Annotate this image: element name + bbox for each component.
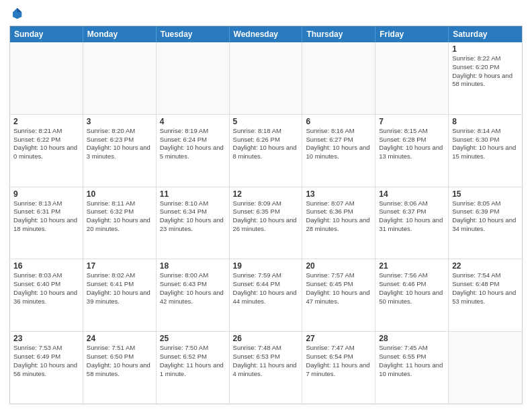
calendar-cell: [375, 42, 449, 114]
calendar-body: 1Sunrise: 8:22 AM Sunset: 6:20 PM Daylig…: [10, 42, 522, 404]
calendar-header: SundayMondayTuesdayWednesdayThursdayFrid…: [10, 26, 522, 42]
calendar-cell: 8Sunrise: 8:14 AM Sunset: 6:30 PM Daylig…: [449, 115, 522, 187]
calendar-cell: [10, 42, 83, 114]
calendar-cell: 11Sunrise: 8:10 AM Sunset: 6:34 PM Dayli…: [157, 187, 230, 259]
day-number: 14: [379, 189, 445, 199]
day-info: Sunrise: 8:16 AM Sunset: 6:27 PM Dayligh…: [306, 127, 371, 161]
day-info: Sunrise: 8:13 AM Sunset: 6:31 PM Dayligh…: [13, 199, 79, 234]
calendar-week-0: 1Sunrise: 8:22 AM Sunset: 6:20 PM Daylig…: [10, 42, 522, 114]
calendar-cell: 28Sunrise: 7:45 AM Sunset: 6:55 PM Dayli…: [375, 332, 449, 404]
calendar-cell: 6Sunrise: 8:16 AM Sunset: 6:27 PM Daylig…: [302, 115, 375, 187]
day-number: 22: [452, 261, 519, 271]
calendar-cell: 27Sunrise: 7:47 AM Sunset: 6:54 PM Dayli…: [302, 332, 375, 404]
day-info: Sunrise: 7:54 AM Sunset: 6:48 PM Dayligh…: [452, 271, 519, 306]
day-number: 26: [233, 334, 299, 343]
day-info: Sunrise: 7:50 AM Sunset: 6:52 PM Dayligh…: [160, 344, 226, 378]
calendar-cell: 15Sunrise: 8:05 AM Sunset: 6:39 PM Dayli…: [449, 187, 522, 259]
day-number: 2: [13, 117, 79, 126]
day-info: Sunrise: 8:09 AM Sunset: 6:35 PM Dayligh…: [233, 199, 299, 234]
logo-icon: [9, 7, 23, 20]
header-day-sunday: Sunday: [10, 26, 83, 42]
day-number: 20: [306, 261, 371, 271]
day-info: Sunrise: 7:59 AM Sunset: 6:44 PM Dayligh…: [233, 271, 299, 306]
calendar-cell: 10Sunrise: 8:11 AM Sunset: 6:32 PM Dayli…: [83, 187, 157, 259]
calendar-cell: 16Sunrise: 8:03 AM Sunset: 6:40 PM Dayli…: [10, 259, 83, 331]
logo: [9, 7, 26, 20]
calendar-cell: [449, 332, 522, 404]
day-info: Sunrise: 8:18 AM Sunset: 6:26 PM Dayligh…: [233, 127, 299, 161]
day-number: 1: [452, 44, 519, 54]
day-info: Sunrise: 8:15 AM Sunset: 6:28 PM Dayligh…: [379, 127, 445, 161]
day-number: 12: [233, 189, 299, 199]
day-info: Sunrise: 8:05 AM Sunset: 6:39 PM Dayligh…: [452, 199, 519, 234]
calendar: SundayMondayTuesdayWednesdayThursdayFrid…: [9, 26, 523, 404]
day-info: Sunrise: 7:48 AM Sunset: 6:53 PM Dayligh…: [233, 344, 299, 378]
day-number: 3: [87, 117, 152, 126]
header-day-monday: Monday: [83, 26, 157, 42]
calendar-cell: 12Sunrise: 8:09 AM Sunset: 6:35 PM Dayli…: [230, 187, 303, 259]
calendar-cell: [83, 42, 157, 114]
calendar-cell: 24Sunrise: 7:51 AM Sunset: 6:50 PM Dayli…: [83, 332, 157, 404]
calendar-cell: 20Sunrise: 7:57 AM Sunset: 6:45 PM Dayli…: [302, 259, 375, 331]
header-day-friday: Friday: [375, 26, 449, 42]
calendar-cell: 9Sunrise: 8:13 AM Sunset: 6:31 PM Daylig…: [10, 187, 83, 259]
calendar-cell: [157, 42, 230, 114]
day-info: Sunrise: 7:57 AM Sunset: 6:45 PM Dayligh…: [306, 271, 371, 306]
day-number: 8: [452, 117, 519, 126]
day-number: 16: [13, 261, 79, 271]
day-number: 5: [233, 117, 299, 126]
calendar-cell: 21Sunrise: 7:56 AM Sunset: 6:46 PM Dayli…: [375, 259, 449, 331]
day-info: Sunrise: 8:00 AM Sunset: 6:43 PM Dayligh…: [160, 271, 226, 306]
day-number: 17: [87, 261, 152, 271]
day-number: 6: [306, 117, 371, 126]
calendar-cell: 26Sunrise: 7:48 AM Sunset: 6:53 PM Dayli…: [230, 332, 303, 404]
header: [9, 7, 523, 20]
day-number: 23: [13, 334, 79, 343]
header-day-saturday: Saturday: [449, 26, 522, 42]
calendar-cell: 2Sunrise: 8:21 AM Sunset: 6:22 PM Daylig…: [10, 115, 83, 187]
day-info: Sunrise: 8:10 AM Sunset: 6:34 PM Dayligh…: [160, 199, 226, 234]
calendar-cell: 17Sunrise: 8:02 AM Sunset: 6:41 PM Dayli…: [83, 259, 157, 331]
day-info: Sunrise: 8:21 AM Sunset: 6:22 PM Dayligh…: [13, 127, 79, 161]
calendar-cell: 4Sunrise: 8:19 AM Sunset: 6:24 PM Daylig…: [157, 115, 230, 187]
header-day-thursday: Thursday: [302, 26, 375, 42]
calendar-cell: 1Sunrise: 8:22 AM Sunset: 6:20 PM Daylig…: [449, 42, 522, 114]
day-info: Sunrise: 7:47 AM Sunset: 6:54 PM Dayligh…: [306, 344, 371, 378]
day-info: Sunrise: 8:02 AM Sunset: 6:41 PM Dayligh…: [87, 271, 152, 306]
day-number: 25: [160, 334, 226, 343]
day-info: Sunrise: 8:22 AM Sunset: 6:20 PM Dayligh…: [452, 54, 519, 89]
calendar-cell: 14Sunrise: 8:06 AM Sunset: 6:37 PM Dayli…: [375, 187, 449, 259]
day-info: Sunrise: 8:06 AM Sunset: 6:37 PM Dayligh…: [379, 199, 445, 234]
day-info: Sunrise: 8:20 AM Sunset: 6:23 PM Dayligh…: [87, 127, 152, 161]
day-number: 11: [160, 189, 226, 199]
day-number: 9: [13, 189, 79, 199]
calendar-cell: 22Sunrise: 7:54 AM Sunset: 6:48 PM Dayli…: [449, 259, 522, 331]
calendar-cell: 18Sunrise: 8:00 AM Sunset: 6:43 PM Dayli…: [157, 259, 230, 331]
calendar-cell: 5Sunrise: 8:18 AM Sunset: 6:26 PM Daylig…: [230, 115, 303, 187]
day-number: 7: [379, 117, 445, 126]
day-info: Sunrise: 7:45 AM Sunset: 6:55 PM Dayligh…: [379, 344, 445, 378]
header-day-tuesday: Tuesday: [157, 26, 230, 42]
day-info: Sunrise: 8:11 AM Sunset: 6:32 PM Dayligh…: [87, 199, 152, 234]
calendar-cell: 23Sunrise: 7:53 AM Sunset: 6:49 PM Dayli…: [10, 332, 83, 404]
calendar-week-2: 9Sunrise: 8:13 AM Sunset: 6:31 PM Daylig…: [10, 187, 522, 259]
calendar-cell: [230, 42, 303, 114]
page: SundayMondayTuesdayWednesdayThursdayFrid…: [0, 0, 532, 411]
day-info: Sunrise: 7:53 AM Sunset: 6:49 PM Dayligh…: [13, 344, 79, 378]
calendar-week-1: 2Sunrise: 8:21 AM Sunset: 6:22 PM Daylig…: [10, 114, 522, 187]
day-number: 10: [87, 189, 152, 199]
calendar-cell: 19Sunrise: 7:59 AM Sunset: 6:44 PM Dayli…: [230, 259, 303, 331]
day-number: 15: [452, 189, 519, 199]
day-info: Sunrise: 8:07 AM Sunset: 6:36 PM Dayligh…: [306, 199, 371, 234]
svg-marker-1: [17, 8, 22, 13]
day-number: 24: [87, 334, 152, 343]
day-number: 27: [306, 334, 371, 343]
calendar-cell: 7Sunrise: 8:15 AM Sunset: 6:28 PM Daylig…: [375, 115, 449, 187]
day-number: 19: [233, 261, 299, 271]
day-number: 28: [379, 334, 445, 343]
day-info: Sunrise: 8:03 AM Sunset: 6:40 PM Dayligh…: [13, 271, 79, 306]
header-day-wednesday: Wednesday: [230, 26, 303, 42]
day-info: Sunrise: 7:51 AM Sunset: 6:50 PM Dayligh…: [87, 344, 152, 378]
calendar-cell: 25Sunrise: 7:50 AM Sunset: 6:52 PM Dayli…: [157, 332, 230, 404]
calendar-week-3: 16Sunrise: 8:03 AM Sunset: 6:40 PM Dayli…: [10, 259, 522, 331]
